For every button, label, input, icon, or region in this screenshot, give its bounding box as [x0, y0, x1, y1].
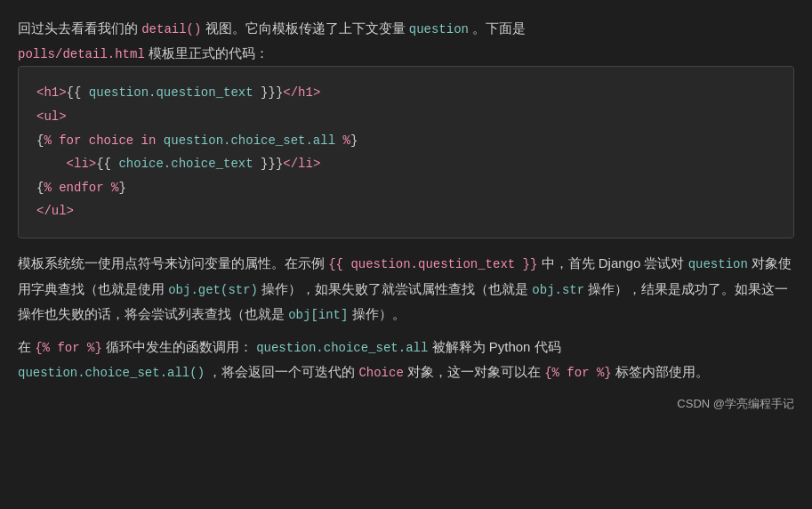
desc2-text2: 循环中发生的函数调用： [106, 339, 253, 354]
desc2-code2: question.choice_set.all [256, 341, 428, 355]
desc2-code4: Choice [358, 366, 403, 380]
desc1-code5: obj[int] [288, 308, 348, 322]
intro-text-4: 模板里正式的代码： [149, 45, 269, 61]
footer-brand: CSDN @学亮编程手记 [677, 397, 794, 410]
code-line-1: <h1>{{ question.question_text }}}</h1> [36, 81, 776, 105]
desc2-code5: {% for %} [544, 366, 612, 380]
intro-file1: polls/detail.html [18, 47, 145, 61]
description-paragraph-2: 在 {% for %} 循环中发生的函数调用： question.choice_… [18, 335, 794, 385]
desc2-code1: {% for %} [35, 341, 102, 355]
desc2-text5: 对象，这一对象可以在 [407, 364, 541, 379]
desc1-text6: 操作）。 [352, 306, 406, 321]
intro-var1: question [409, 22, 469, 36]
desc2-text3: 被解释为 Python 代码 [432, 339, 561, 354]
intro-text-3: 。下面是 [472, 20, 526, 36]
desc2-text1: 在 [18, 339, 31, 354]
desc2-code3: question.choice_set.all() [18, 366, 205, 380]
code-line-6: </ul> [36, 199, 776, 223]
desc1-text4: 操作），如果失败了就尝试属性查找（也就是 [261, 281, 528, 296]
desc1-text2: 中，首先 Django 尝试对 [542, 255, 685, 271]
desc1-code1: {{ question.question_text }} [328, 257, 537, 271]
code-line-3: {% for choice in question.choice_set.all… [36, 129, 776, 153]
intro-text-1: 回过头去看看我们的 [18, 20, 138, 36]
intro-paragraph: 回过头去看看我们的 detail() 视图。它向模板传递了上下文变量 quest… [18, 16, 794, 66]
desc2-text4: ，将会返回一个可迭代的 [208, 364, 355, 379]
intro-text-2: 视图。它向模板传递了上下文变量 [205, 20, 406, 36]
desc1-text1: 模板系统统一使用点符号来访问变量的属性。在示例 [18, 255, 325, 271]
code-block: <h1>{{ question.question_text }}}</h1> <… [18, 66, 794, 238]
description-paragraph-1: 模板系统统一使用点符号来访问变量的属性。在示例 {{ question.ques… [18, 251, 794, 327]
code-line-2: <ul> [36, 105, 776, 129]
desc1-code4: obj.str [532, 283, 584, 297]
intro-func1: detail() [141, 22, 201, 36]
desc2-text6: 标签内部使用。 [615, 364, 709, 379]
footer: CSDN @学亮编程手记 [18, 394, 794, 414]
desc1-code2: question [688, 257, 748, 271]
code-line-5: {% endfor %} [36, 176, 776, 200]
desc1-code3: obj.get(str) [168, 283, 258, 297]
code-line-4: <li>{{ choice.choice_text }}}</li> [36, 152, 776, 176]
